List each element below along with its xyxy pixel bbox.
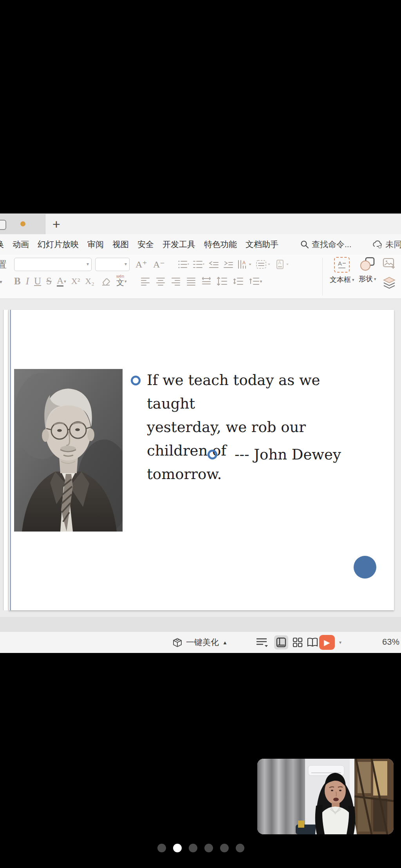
menu-view[interactable]: 视图 (112, 239, 129, 250)
chevron-down-icon: ▾ (352, 277, 354, 282)
decrease-font-size-button[interactable]: A⁻ (153, 259, 165, 270)
quote-line: If we teach today as we taught (147, 369, 358, 416)
shapes-button[interactable]: 形状 ▾ (359, 257, 376, 284)
align-left-button[interactable] (140, 276, 150, 286)
slide-canvas: If we teach today as we taught yesterday… (0, 298, 401, 632)
one-click-beautify-button[interactable]: 一键美化 ▲ (172, 632, 228, 653)
attribution-text: --- John Dewey (235, 446, 341, 463)
insert-image-button[interactable] (383, 258, 396, 269)
font-size-select[interactable]: ▾ (95, 258, 130, 271)
chevron-down-icon: ▾ (125, 279, 127, 284)
textbox-icon: A (334, 257, 350, 273)
chevron-up-icon: ▲ (222, 640, 228, 646)
toolbar-left-partial-button[interactable]: 置 (0, 259, 7, 271)
menu-review[interactable]: 审阅 (87, 239, 104, 250)
menu-doc-assistant[interactable]: 文档助手 (246, 239, 278, 250)
document-tab-strip: + (0, 213, 401, 234)
find-command-button[interactable]: 查找命令... (300, 239, 352, 250)
menu-security[interactable]: 安全 (137, 239, 154, 250)
text-highlight-button[interactable]: A (275, 259, 290, 269)
paragraph-spacing-button[interactable] (233, 276, 244, 286)
menu-devtools[interactable]: 开发工具 (163, 239, 195, 250)
status-bar: 一键美化 ▲ (0, 631, 401, 653)
chevron-down-icon: ▾ (260, 279, 262, 284)
subscript-button[interactable]: X₂ (85, 276, 94, 286)
page-dot[interactable] (189, 844, 197, 852)
italic-button[interactable]: I (26, 276, 29, 287)
object-accent (298, 821, 304, 828)
new-tab-button[interactable]: + (52, 215, 60, 233)
font-color-button[interactable]: A ▾ (57, 276, 66, 287)
page-dot-active[interactable] (173, 844, 182, 852)
zoom-level[interactable]: 63% (382, 637, 399, 647)
increase-indent-button[interactable] (222, 259, 233, 269)
distribute-text-button[interactable] (201, 276, 211, 286)
menu-animation[interactable]: 动画 (13, 239, 29, 250)
window (354, 759, 394, 834)
notes-button[interactable] (255, 637, 269, 650)
page-dot[interactable] (220, 844, 229, 852)
thumbnail-panel-edge[interactable] (3, 310, 9, 610)
page-dot[interactable] (157, 844, 166, 852)
play-icon: ▶ (324, 638, 330, 647)
formatting-toolbar: 置 ▾ ▾ ▾ A⁺ A⁻ (0, 255, 401, 299)
normal-view-button[interactable] (274, 635, 288, 649)
window-control-partial[interactable] (0, 220, 6, 230)
chevron-down-icon: ▾ (87, 261, 89, 267)
chevron-down-icon: ▾ (125, 261, 127, 267)
document-tab[interactable]: + (45, 214, 401, 234)
curtain (257, 759, 305, 834)
underline-button[interactable]: U (34, 276, 41, 287)
cloud-sync-icon (372, 240, 383, 249)
numbered-list-button[interactable] (193, 259, 204, 269)
chevron-down-icon: ▾ (64, 279, 66, 284)
ribbon-menu-bar: 换 动画 幻灯片放映 审阅 视图 安全 开发工具 特色功能 文档助手 查找命令.… (0, 234, 401, 255)
unsaved-indicator-dot (20, 221, 25, 226)
search-icon (300, 240, 309, 249)
slide-sorter-view-button[interactable] (291, 635, 305, 649)
cloud-sync-status[interactable]: 未同 (372, 239, 401, 250)
text-direction-button[interactable]: A (237, 259, 252, 269)
increase-font-size-button[interactable]: A⁺ (135, 259, 147, 270)
superscript-button[interactable]: X² (71, 276, 80, 286)
slide-accent-circle[interactable] (354, 556, 376, 579)
svg-text:A: A (278, 260, 281, 266)
john-dewey-portrait[interactable] (14, 369, 123, 532)
chevron-down-icon[interactable]: ▾ (339, 640, 341, 645)
clear-format-eraser-button[interactable] (99, 276, 111, 286)
webcam-video-thumbnail[interactable] (257, 759, 394, 834)
spacing-options-button[interactable]: ▾ (249, 276, 262, 286)
font-name-select[interactable]: ▾ (14, 258, 92, 271)
quote-textbox[interactable]: If we teach today as we taught yesterday… (131, 369, 358, 486)
beautify-box-icon (172, 637, 182, 647)
svg-text:A: A (242, 260, 246, 266)
page-dot[interactable] (236, 844, 244, 852)
slide[interactable]: If we teach today as we taught yesterday… (9, 310, 394, 610)
align-center-button[interactable] (155, 276, 166, 286)
menu-special-features[interactable]: 特色功能 (204, 239, 237, 250)
page-dot[interactable] (204, 844, 213, 852)
quote-line: tomorrow. (131, 463, 222, 486)
chevron-down-icon: ▾ (374, 277, 376, 282)
bold-button[interactable]: B (14, 276, 21, 287)
menu-transitions-partial[interactable]: 换 (0, 239, 4, 250)
attribution-textbox[interactable]: --- John Dewey (208, 446, 341, 463)
play-slideshow-button[interactable]: ▶ (319, 635, 335, 650)
bullet-list-button[interactable] (177, 259, 189, 269)
svg-text:A: A (338, 260, 342, 267)
strikethrough-button[interactable]: S (46, 276, 52, 287)
justify-button[interactable] (186, 276, 196, 286)
wps-presentation-window: + 换 动画 幻灯片放映 审阅 视图 安全 开发工具 特色功能 文档助手 查找命… (0, 213, 401, 653)
phonetic-guide-button[interactable]: wén 文 ▾ (116, 277, 127, 286)
chevron-down-icon: ▾ (0, 279, 2, 285)
menu-slideshow[interactable]: 幻灯片放映 (38, 239, 79, 250)
decrease-indent-button[interactable] (208, 259, 219, 269)
textbox-button[interactable]: A 文本框 ▾ (330, 257, 354, 284)
reading-view-button[interactable] (305, 635, 320, 649)
layers-button[interactable] (382, 277, 396, 290)
align-right-button[interactable] (171, 276, 181, 286)
text-border-button[interactable] (255, 259, 271, 269)
line-spacing-button[interactable] (217, 276, 228, 286)
bullet-icon (131, 376, 141, 385)
shapes-icon (359, 257, 375, 272)
